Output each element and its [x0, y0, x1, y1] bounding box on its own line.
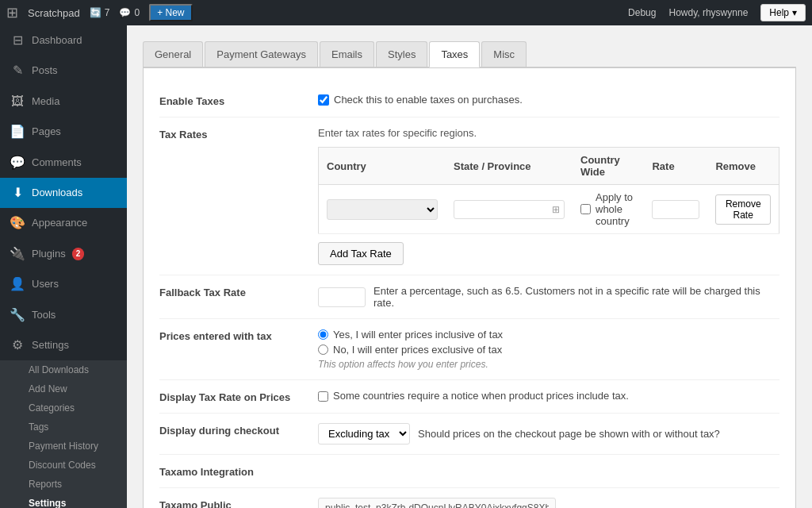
submenu-item-all-downloads[interactable]: All Downloads: [0, 360, 127, 379]
tax-table-header-country: Country: [319, 148, 446, 185]
submenu-item-reports[interactable]: Reports: [0, 475, 127, 494]
taxamo-integration-label: Taxamo Integration: [159, 464, 302, 478]
sidebar-item-label: Users: [32, 277, 59, 291]
province-icon: ⊞: [552, 204, 560, 215]
taxamo-integration-row: Taxamo Integration: [159, 455, 779, 488]
prices-exclusive-radio[interactable]: [318, 344, 328, 355]
tab-payment-gateways[interactable]: Payment Gateways: [205, 41, 318, 67]
submenu-item-tags[interactable]: Tags: [0, 418, 127, 437]
comment-count[interactable]: 💬 0: [119, 7, 140, 18]
sidebar-item-comments[interactable]: 💬Comments: [0, 148, 127, 178]
fallback-tax-input[interactable]: [318, 287, 366, 307]
update-count[interactable]: 🔄 7: [90, 7, 110, 18]
display-tax-rate-text: Some countries require a notice when pro…: [333, 390, 629, 402]
tab-nav: GeneralPayment GatewaysEmailsStylesTaxes…: [143, 41, 796, 67]
sidebar: ⊟Dashboard✎Posts🖼Media📄Pages💬Comments⬇Do…: [0, 25, 127, 508]
display-tax-rate-checkbox-label[interactable]: Some countries require a notice when pro…: [318, 390, 779, 402]
add-tax-rate-button[interactable]: Add Tax Rate: [318, 242, 404, 265]
country-wide-checkbox[interactable]: [580, 204, 591, 214]
sidebar-item-plugins[interactable]: 🔌Plugins2: [0, 239, 127, 269]
display-tax-rate-row: Display Tax Rate on Prices Some countrie…: [159, 380, 779, 414]
sidebar-item-label: Tools: [32, 308, 56, 322]
prices-inclusive-radio[interactable]: [318, 329, 328, 340]
enable-taxes-row: Enable Taxes Check this to enable taxes …: [159, 84, 779, 117]
prices-exclusive-option[interactable]: No, I will enter prices exclusive of tax: [318, 344, 779, 356]
display-checkout-row: Display during checkout Excluding taxInc…: [159, 414, 779, 455]
remove-rate-button[interactable]: Remove Rate: [715, 194, 771, 225]
display-tax-rate-label: Display Tax Rate on Prices: [159, 390, 302, 403]
prices-with-tax-label: Prices entered with tax: [159, 329, 302, 342]
sidebar-item-tools[interactable]: 🔧Tools: [0, 300, 127, 330]
prices-exclusive-text: No, I will enter prices exclusive of tax: [333, 344, 502, 356]
taxamo-public-row: Taxamo Public: [159, 488, 779, 508]
country-select[interactable]: [327, 199, 438, 220]
appearance-icon: 🎨: [10, 214, 25, 232]
sidebar-item-label: Media: [32, 94, 59, 109]
sidebar-item-pages[interactable]: 📄Pages: [0, 117, 127, 147]
downloads-icon: ⬇: [10, 184, 25, 202]
sidebar-item-appearance[interactable]: 🎨Appearance: [0, 208, 127, 238]
new-button[interactable]: + New: [149, 4, 192, 21]
tax-rates-table: CountryState / ProvinceCountry WideRateR…: [318, 147, 779, 234]
sidebar-item-media[interactable]: 🖼Media: [0, 87, 127, 117]
rate-input[interactable]: [652, 200, 699, 219]
tab-styles[interactable]: Styles: [376, 41, 427, 67]
settings-panel: Enable Taxes Check this to enable taxes …: [143, 67, 796, 508]
tax-rates-label: Tax Rates: [159, 127, 302, 140]
media-icon: 🖼: [10, 93, 25, 110]
tax-table-header-remove: Remove: [707, 148, 779, 185]
dashboard-icon: ⊟: [10, 32, 25, 49]
display-checkout-select[interactable]: Excluding taxIncluding tax: [318, 423, 410, 444]
submenu-item-payment-history[interactable]: Payment History: [0, 437, 127, 456]
main-content: GeneralPayment GatewaysEmailsStylesTaxes…: [127, 25, 812, 508]
sidebar-item-settings[interactable]: ⚙Settings: [0, 330, 127, 360]
sidebar-item-label: Comments: [32, 156, 82, 170]
fallback-tax-label: Fallback Tax Rate: [159, 285, 302, 298]
prices-with-tax-row: Prices entered with tax Yes, I will ente…: [159, 319, 779, 380]
help-button[interactable]: Help ▾: [760, 4, 806, 21]
country-wide-text: Apply to whole country: [596, 191, 636, 227]
fallback-tax-description: Enter a percentage, such as 6.5. Custome…: [373, 285, 779, 309]
display-tax-rate-checkbox[interactable]: [318, 391, 328, 402]
enable-taxes-checkbox-label[interactable]: Check this to enable taxes on purchases.: [318, 94, 779, 106]
sidebar-item-label: Posts: [32, 64, 58, 78]
plugins-icon: 🔌: [10, 245, 25, 263]
submenu-item-add-new[interactable]: Add New: [0, 379, 127, 398]
sidebar-item-label: Settings: [32, 338, 69, 352]
tax-rates-description: Enter tax rates for specific regions.: [318, 127, 779, 139]
tab-misc[interactable]: Misc: [481, 41, 527, 67]
tab-general[interactable]: General: [143, 41, 203, 67]
tax-table-header-rate: Rate: [644, 148, 707, 185]
tab-taxes[interactable]: Taxes: [429, 41, 480, 67]
sidebar-item-label: Dashboard: [32, 33, 82, 48]
province-input[interactable]: [454, 200, 565, 219]
user-greeting: Howdy, rhyswynne: [668, 7, 748, 18]
settings-icon: ⚙: [10, 337, 25, 354]
admin-bar: ⊞ Scratchpad 🔄 7 💬 0 + New Debug Howdy, …: [0, 0, 812, 25]
sidebar-item-posts[interactable]: ✎Posts: [0, 56, 127, 86]
prices-note: This option affects how you enter prices…: [318, 359, 779, 370]
taxamo-public-input[interactable]: [318, 498, 556, 508]
country-wide-label[interactable]: Apply to whole country: [580, 191, 636, 227]
chevron-down-icon: ▾: [792, 7, 797, 18]
sidebar-item-dashboard[interactable]: ⊟Dashboard: [0, 25, 127, 56]
submenu-item-categories[interactable]: Categories: [0, 398, 127, 418]
tab-emails[interactable]: Emails: [320, 41, 374, 67]
table-row: ⊞ Apply to whole country: [319, 185, 779, 234]
sidebar-item-users[interactable]: 👤Users: [0, 269, 127, 299]
sidebar-item-label: Plugins: [32, 247, 66, 261]
wp-icon: ⊞: [6, 4, 18, 21]
site-name[interactable]: Scratchpad: [28, 7, 80, 19]
submenu-item-settings-sub[interactable]: Settings: [0, 494, 127, 508]
prices-inclusive-text: Yes, I will enter prices inclusive of ta…: [333, 329, 503, 341]
display-checkout-description: Should prices on the checkout page be sh…: [418, 428, 720, 440]
submenu-item-discount-codes[interactable]: Discount Codes: [0, 456, 127, 475]
enable-taxes-text: Check this to enable taxes on purchases.: [334, 94, 523, 106]
sidebar-item-label: Pages: [32, 125, 61, 139]
pages-icon: 📄: [10, 123, 25, 140]
prices-inclusive-option[interactable]: Yes, I will enter prices inclusive of ta…: [318, 329, 779, 341]
enable-taxes-label: Enable Taxes: [159, 94, 302, 107]
sidebar-item-downloads[interactable]: ⬇Downloads: [0, 178, 127, 208]
enable-taxes-checkbox[interactable]: [318, 94, 329, 106]
display-checkout-label: Display during checkout: [159, 423, 302, 437]
